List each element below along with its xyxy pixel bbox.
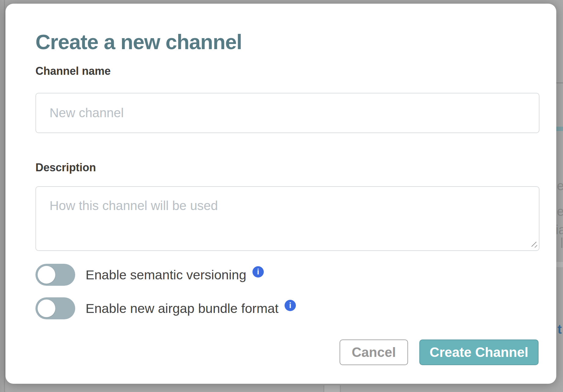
description-textarea[interactable] [35, 186, 539, 251]
airgap-bundle-toggle[interactable] [35, 297, 75, 319]
cancel-button[interactable]: Cancel [340, 339, 408, 365]
background-table-line [340, 385, 341, 392]
background-text-fragment: e [557, 180, 563, 192]
semantic-versioning-row: Enable semantic versioning i [35, 264, 264, 286]
background-text-fragment: e [557, 205, 563, 218]
airgap-bundle-label: Enable new airgap bundle format [86, 301, 278, 316]
modal-title: Create a new channel [35, 30, 242, 54]
background-table-line [323, 385, 324, 392]
screen: e e ia t Create a new channel Channel na… [0, 0, 563, 392]
airgap-bundle-row: Enable new airgap bundle format i [35, 297, 296, 319]
create-channel-modal: Create a new channel Channel name Descri… [6, 4, 556, 384]
channel-name-label: Channel name [35, 65, 111, 78]
background-teal-strip-fragment [556, 127, 563, 131]
textarea-resize-handle[interactable] [529, 239, 538, 249]
semantic-versioning-label: Enable semantic versioning [86, 267, 246, 282]
semantic-versioning-toggle[interactable] [35, 264, 75, 286]
background-divider-fragment [556, 82, 563, 83]
info-icon[interactable]: i [285, 300, 296, 311]
background-table-cell [324, 385, 340, 392]
background-page-edge [4, 0, 5, 392]
toggle-knob [38, 299, 55, 317]
create-channel-button[interactable]: Create Channel [419, 339, 539, 365]
background-row-fragment [556, 262, 563, 267]
channel-name-input[interactable] [35, 93, 539, 133]
background-link-fragment: t [557, 323, 562, 336]
toggle-knob [38, 266, 55, 284]
info-icon[interactable]: i [252, 266, 264, 278]
background-text-fragment [561, 238, 562, 248]
background-text-fragment: ia [556, 223, 563, 236]
description-label: Description [35, 161, 96, 174]
